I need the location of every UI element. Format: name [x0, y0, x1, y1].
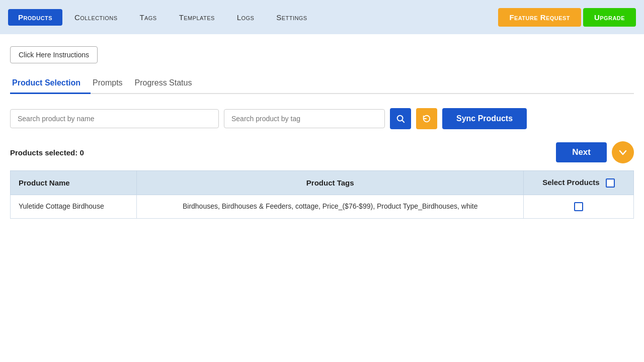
product-name-cell: Yuletide Cottage Birdhouse — [11, 195, 137, 219]
products-selected-label: Products selected: 0 — [10, 148, 84, 157]
refresh-icon — [422, 114, 431, 123]
nav-tags[interactable]: Tags — [129, 9, 167, 26]
tab-bar: Product Selection Prompts Progress Statu… — [10, 73, 634, 94]
sync-products-button[interactable]: Sync Products — [442, 108, 527, 129]
search-product-name-input[interactable] — [10, 109, 219, 128]
refresh-button[interactable] — [416, 108, 437, 129]
top-navigation: Products Collections Tags Templates Logs… — [0, 0, 644, 34]
search-row: Sync Products — [10, 108, 634, 129]
tab-progress-status[interactable]: Progress Status — [133, 73, 202, 94]
search-icon — [396, 114, 405, 123]
tab-prompts[interactable]: Prompts — [91, 73, 133, 94]
col-product-tags: Product Tags — [137, 171, 524, 195]
product-select-cell — [523, 195, 633, 219]
product-checkbox[interactable] — [574, 202, 583, 211]
product-table: Product Name Product Tags Select Product… — [10, 170, 634, 219]
col-select-products: Select Products — [523, 171, 633, 195]
search-product-tag-input[interactable] — [224, 109, 385, 128]
nav-templates[interactable]: Templates — [169, 9, 225, 26]
nav-settings[interactable]: Settings — [266, 9, 317, 26]
nav-products[interactable]: Products — [8, 9, 62, 26]
next-button[interactable]: Next — [556, 142, 607, 162]
arrow-down-icon — [618, 147, 628, 157]
nav-collections[interactable]: Collections — [64, 9, 127, 26]
svg-line-1 — [402, 120, 404, 122]
table-row: Yuletide Cottage Birdhouse Birdhouses, B… — [11, 195, 634, 219]
feature-request-button[interactable]: Feature Request — [498, 8, 581, 27]
products-selected-row: Products selected: 0 Next — [10, 141, 634, 163]
scroll-down-button[interactable] — [612, 141, 634, 163]
upgrade-button[interactable]: Upgrade — [583, 8, 636, 27]
instructions-button[interactable]: Click Here Instructions — [10, 46, 98, 63]
main-content: Click Here Instructions Product Selectio… — [0, 34, 644, 219]
table-header-row: Product Name Product Tags Select Product… — [11, 171, 634, 195]
search-button[interactable] — [390, 108, 411, 129]
col-product-name: Product Name — [11, 171, 137, 195]
action-buttons: Next — [556, 141, 634, 163]
nav-logs[interactable]: Logs — [227, 9, 265, 26]
select-all-checkbox[interactable] — [606, 178, 615, 188]
tab-product-selection[interactable]: Product Selection — [10, 73, 91, 94]
product-tags-cell: Birdhouses, Birdhouses & Feeders, cottag… — [137, 195, 524, 219]
